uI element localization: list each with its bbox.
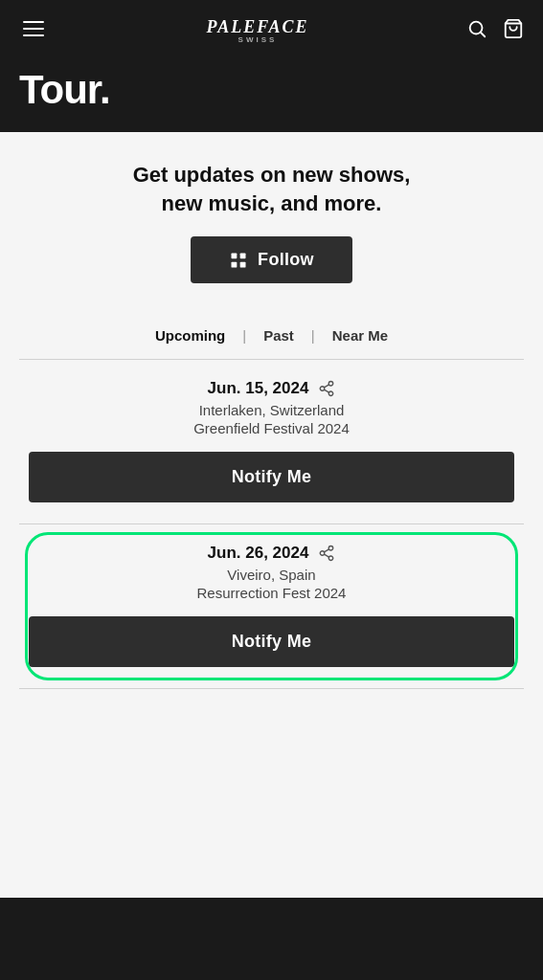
share-icon-2[interactable]: [318, 545, 335, 562]
notify-button-2[interactable]: Notify Me: [29, 616, 514, 667]
svg-line-18: [325, 549, 329, 552]
svg-text:PALEFACE: PALEFACE: [205, 17, 308, 36]
page-title: Tour.: [19, 67, 524, 113]
show-entry-1: Jun. 15, 2024 Interlaken, Switzerland Gr…: [19, 360, 524, 524]
search-icon[interactable]: [466, 18, 487, 39]
show-event-name-2: Resurrection Fest 2024: [29, 585, 514, 601]
show-date-2: Jun. 26, 2024: [208, 544, 309, 563]
tab-past[interactable]: Past: [260, 325, 298, 345]
svg-line-13: [325, 385, 329, 388]
follow-button[interactable]: Follow: [191, 236, 352, 283]
svg-point-15: [321, 551, 326, 556]
svg-text:SWISS: SWISS: [238, 35, 277, 44]
updates-section: Get updates on new shows,new music, and …: [19, 161, 524, 283]
tab-divider-2: |: [311, 327, 315, 344]
svg-line-12: [325, 390, 329, 393]
show-location-1: Interlaken, Switzerland: [29, 402, 514, 418]
svg-point-10: [321, 387, 326, 391]
follow-icon: [229, 251, 248, 270]
share-icon-1[interactable]: [318, 380, 335, 397]
site-logo: PALEFACE SWISS: [200, 8, 315, 50]
svg-point-14: [329, 546, 334, 551]
svg-line-3: [481, 33, 485, 36]
svg-rect-7: [232, 262, 238, 268]
svg-point-2: [470, 22, 483, 34]
header-actions: [466, 18, 524, 39]
tabs-row: Upcoming | Past | Near Me: [19, 310, 524, 360]
logo-svg: PALEFACE SWISS: [200, 8, 315, 44]
show-event-name-1: Greenfield Festival 2024: [29, 420, 514, 436]
header: PALEFACE SWISS: [0, 0, 543, 57]
svg-rect-5: [232, 253, 238, 258]
svg-rect-6: [240, 253, 246, 258]
follow-button-label: Follow: [258, 250, 314, 270]
tab-upcoming[interactable]: Upcoming: [151, 325, 229, 345]
svg-rect-8: [240, 262, 246, 268]
svg-point-9: [329, 382, 334, 387]
svg-point-11: [329, 391, 334, 396]
show-location-2: Viveiro, Spain: [29, 567, 514, 583]
cart-icon[interactable]: [503, 18, 524, 39]
show-date-row-2: Jun. 26, 2024: [29, 544, 514, 563]
hamburger-menu[interactable]: [19, 17, 48, 40]
svg-point-16: [329, 556, 334, 561]
show-entry-2: Jun. 26, 2024 Viveiro, Spain Resurrectio…: [19, 524, 524, 689]
updates-heading: Get updates on new shows,new music, and …: [19, 161, 524, 217]
svg-line-17: [325, 555, 329, 558]
tab-divider-1: |: [242, 327, 246, 344]
show-date-1: Jun. 15, 2024: [208, 379, 309, 398]
show-date-row-1: Jun. 15, 2024: [29, 379, 514, 398]
notify-button-1[interactable]: Notify Me: [29, 452, 514, 502]
main-content: Get updates on new shows,new music, and …: [0, 132, 543, 898]
tab-near-me[interactable]: Near Me: [328, 325, 392, 345]
page-title-area: Tour.: [0, 57, 543, 132]
